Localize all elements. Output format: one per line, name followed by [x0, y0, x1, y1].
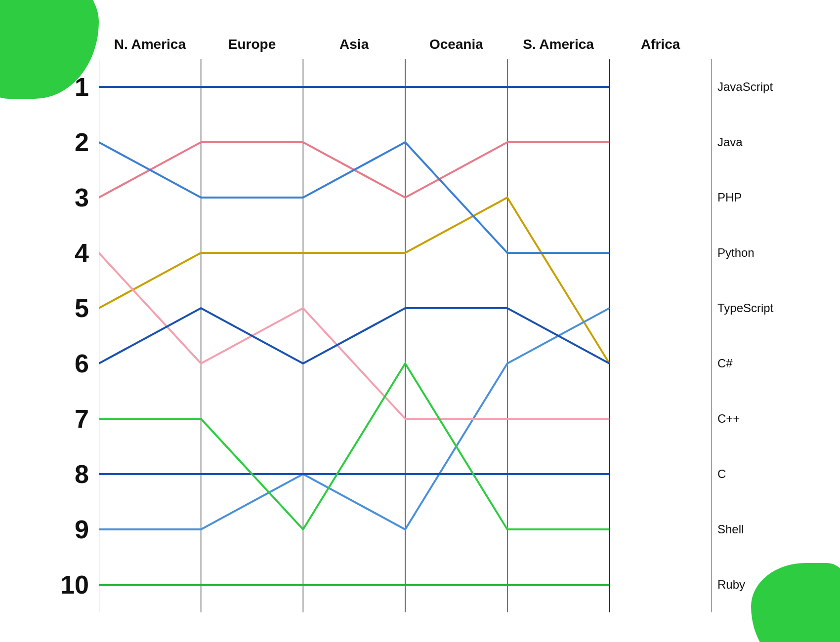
rank-8: 8	[40, 446, 99, 502]
lang-csharp: C#	[712, 336, 800, 391]
chart-svg	[99, 59, 712, 612]
rank-6: 6	[40, 336, 99, 391]
col-header-africa: Africa	[609, 30, 712, 59]
rank-4: 4	[40, 225, 99, 281]
lang-java: Java	[712, 115, 800, 170]
rank-1: 1	[40, 59, 99, 115]
rank-10: 10	[40, 557, 99, 612]
col-header-oceania: Oceania	[405, 30, 507, 59]
y-axis: 1 2 3 4 5 6 7 8 9 10	[40, 59, 99, 612]
lang-typescript: TypeScript	[712, 281, 800, 336]
line-shell	[99, 363, 609, 529]
lang-cpp: C++	[712, 391, 800, 446]
lang-php: PHP	[712, 170, 800, 225]
lang-c: C	[712, 446, 800, 502]
lang-python: Python	[712, 225, 800, 281]
rank-7: 7	[40, 391, 99, 446]
chart-area: N. America Europe Asia Oceania S. Americ…	[40, 30, 800, 612]
rank-2: 2	[40, 115, 99, 170]
column-headers: N. America Europe Asia Oceania S. Americ…	[99, 30, 712, 59]
lang-ruby: Ruby	[712, 557, 800, 612]
chart-container: N. America Europe Asia Oceania S. Americ…	[40, 30, 800, 612]
chart-svg-wrapper	[99, 59, 712, 612]
language-labels: JavaScript Java PHP Python TypeScript C#…	[712, 59, 800, 612]
col-header-samerica: S. America	[507, 30, 610, 59]
line-python	[99, 142, 609, 253]
col-header-namerica: N. America	[99, 30, 201, 59]
line-php	[99, 198, 609, 363]
rank-9: 9	[40, 502, 99, 557]
lang-shell: Shell	[712, 502, 800, 557]
col-header-europe: Europe	[201, 30, 303, 59]
lang-javascript: JavaScript	[712, 59, 800, 115]
rank-5: 5	[40, 281, 99, 336]
col-header-asia: Asia	[303, 30, 405, 59]
rank-3: 3	[40, 170, 99, 225]
